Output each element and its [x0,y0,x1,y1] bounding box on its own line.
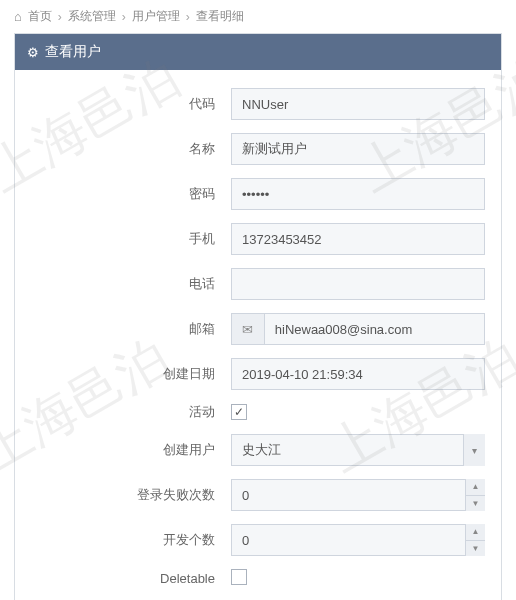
name-input[interactable] [231,133,485,165]
phone-label: 电话 [31,275,231,293]
breadcrumb-home[interactable]: 首页 [28,8,52,25]
home-icon[interactable]: ⌂ [14,9,22,24]
email-label: 邮箱 [31,320,231,338]
active-checkbox[interactable]: ✓ [231,404,247,420]
deletable-checkbox[interactable] [231,569,247,585]
breadcrumb-user[interactable]: 用户管理 [132,8,180,25]
code-input[interactable] [231,88,485,120]
login-fail-input[interactable] [231,479,485,511]
envelope-icon: ✉ [231,313,264,345]
dev-count-input[interactable] [231,524,485,556]
phone-input[interactable] [231,268,485,300]
deletable-label: Deletable [31,571,231,586]
create-date-label: 创建日期 [31,365,231,383]
login-fail-label: 登录失败次数 [31,486,231,504]
spinner-up-icon[interactable]: ▲ [466,479,485,496]
create-date-input[interactable] [231,358,485,390]
breadcrumb-detail: 查看明细 [196,8,244,25]
email-input[interactable] [264,313,485,345]
breadcrumb-sep: › [186,10,190,24]
breadcrumb-sys[interactable]: 系统管理 [68,8,116,25]
spinner-down-icon[interactable]: ▼ [466,541,485,557]
dev-count-label: 开发个数 [31,531,231,549]
password-label: 密码 [31,185,231,203]
password-input[interactable] [231,178,485,210]
active-label: 活动 [31,403,231,421]
gear-icon: ⚙ [27,45,39,60]
mobile-input[interactable] [231,223,485,255]
mobile-label: 手机 [31,230,231,248]
breadcrumb: ⌂ 首页 › 系统管理 › 用户管理 › 查看明细 [0,0,516,33]
name-label: 名称 [31,140,231,158]
spinner-down-icon[interactable]: ▼ [466,496,485,512]
chevron-down-icon[interactable]: ▾ [463,434,485,466]
breadcrumb-sep: › [122,10,126,24]
panel-title: 查看用户 [45,43,101,61]
create-user-label: 创建用户 [31,441,231,459]
panel-body: 代码 名称 密码 手机 电话 [15,70,501,600]
spinner-up-icon[interactable]: ▲ [466,524,485,541]
breadcrumb-sep: › [58,10,62,24]
create-user-select[interactable] [231,434,485,466]
code-label: 代码 [31,95,231,113]
panel-header: ⚙ 查看用户 [15,34,501,70]
panel: ⚙ 查看用户 代码 名称 密码 手机 [14,33,502,600]
